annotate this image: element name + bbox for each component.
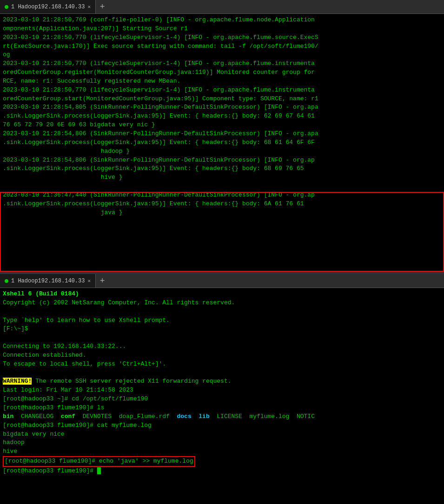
top-terminal-content: 2023-03-10 21:28:50,769 (conf-file-polle… [0, 14, 444, 272]
warning-text: The remote SSH server rejected X11 forwa… [3, 378, 232, 411]
bottom-tab-bar: 1 Hadoop192.168.140.33 ✕ + [0, 274, 444, 288]
top-terminal-pane: 2023-03-10 21:28:50,769 (conf-file-polle… [0, 14, 444, 272]
bottom-tab-label: 1 Hadoop192.168.140.33 [11, 278, 85, 284]
after-ls-text: [root@hadoop33 flume190]# cat myflume.lo… [3, 422, 152, 455]
warning-label: WARNING! [3, 378, 32, 385]
ls-output: bin CHANGELOG conf DEVNOTES doap_Flume.r… [3, 413, 315, 420]
last-prompt: [root@hadoop33 flume190]# █ [3, 467, 101, 474]
top-tab-bar: 1 Hadoop192.168.140.33 ✕ + [0, 0, 444, 14]
bottom-tab-dot [5, 279, 8, 283]
bottom-terminal-pane: Xshell 6 (Build 0184) Copyright (c) 2002… [0, 288, 444, 504]
command-prompt: [root@hadoop33 flume190]# [5, 458, 95, 465]
bottom-header-text: Xshell 6 (Build 0184) Copyright (c) 2002… [3, 290, 235, 367]
top-terminal-text: 2023-03-10 21:28:50,769 (conf-file-polle… [3, 16, 318, 216]
top-tab-label: 1 Hadoop192.168.140.33 [11, 4, 85, 10]
bottom-tab-add[interactable]: + [96, 274, 109, 288]
top-tab-dot [5, 5, 8, 9]
top-tab[interactable]: 1 Hadoop192.168.140.33 ✕ [0, 0, 96, 13]
top-tab-close[interactable]: ✕ [87, 4, 91, 10]
top-tab-add[interactable]: + [96, 0, 109, 13]
command-text: echo 'java' >> myflume.log [95, 458, 193, 465]
command-highlight-block: [root@hadoop33 flume190]# echo 'java' >>… [3, 456, 195, 467]
bottom-tab-close[interactable]: ✕ [87, 278, 91, 284]
bottom-tab[interactable]: 1 Hadoop192.168.140.33 ✕ [0, 274, 96, 288]
bottom-terminal-content: Xshell 6 (Build 0184) Copyright (c) 2002… [0, 288, 444, 504]
